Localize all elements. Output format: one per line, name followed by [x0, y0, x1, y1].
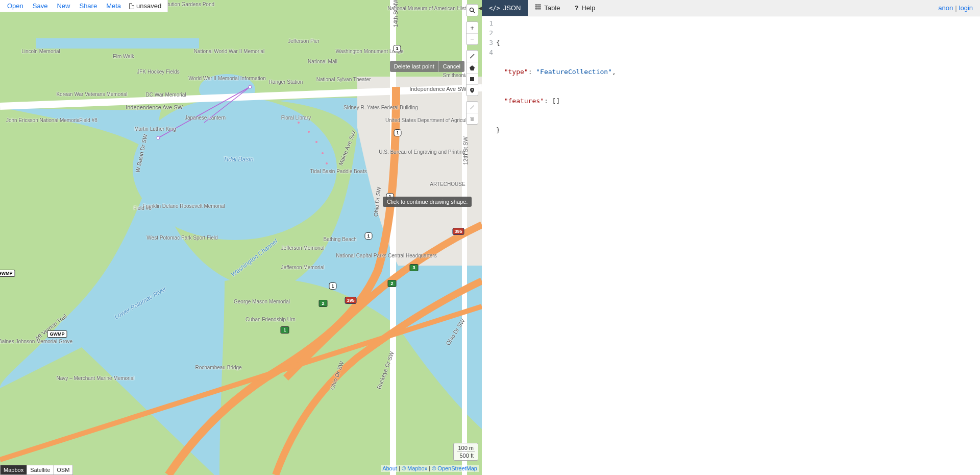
code-text[interactable]: { "type": "FeatureCollection", "features…	[496, 18, 980, 475]
anon-link[interactable]: anon	[938, 4, 953, 12]
tab-table-label: Table	[544, 4, 560, 12]
shield-us1-e: 1	[329, 282, 336, 290]
collapse-panel-button[interactable]: ◀	[477, 5, 482, 12]
osm-link[interactable]: © OpenStreetMap	[432, 465, 477, 471]
editor-header: </> JSON Table ? Help anon | login	[482, 0, 980, 16]
editor-pane: </> JSON Table ? Help anon | login 1 2	[482, 0, 980, 475]
svg-point-15	[472, 89, 473, 90]
zoom-out-button[interactable]: −	[467, 33, 478, 44]
tab-json[interactable]: </> JSON	[482, 0, 528, 16]
code-icon: </>	[489, 5, 500, 12]
shield-us1-b: 1	[394, 129, 401, 136]
svg-rect-16	[471, 118, 474, 121]
tab-help[interactable]: ? Help	[567, 0, 602, 16]
line-icon	[469, 53, 475, 59]
mapbox-link[interactable]: © Mapbox	[402, 465, 427, 471]
shield-i395-b: 395	[345, 297, 356, 304]
scale-metric: 100 m	[457, 444, 475, 452]
shield-g2a: 2	[387, 280, 396, 287]
draw-tooltip: Click to continue drawing shape.	[383, 197, 472, 207]
svg-point-10	[470, 8, 474, 12]
search-button[interactable]	[467, 5, 478, 16]
top-menu: Open Save New Share Meta unsaved	[0, 0, 168, 12]
map-tools: + −	[466, 4, 478, 125]
table-icon	[535, 4, 541, 12]
shield-us1-d: 1	[364, 232, 372, 240]
svg-rect-1	[36, 38, 199, 49]
scale-imperial: 500 ft	[457, 452, 475, 459]
rectangle-icon	[469, 76, 475, 82]
share-link[interactable]: Share	[75, 1, 101, 11]
tab-help-label: Help	[581, 4, 595, 12]
basemap-osm[interactable]: OSM	[53, 465, 72, 474]
basemap-mapbox[interactable]: Mapbox	[1, 465, 27, 474]
attribution: About | © Mapbox | © OpenStreetMap	[381, 465, 479, 472]
shield-i395-a: 395	[452, 228, 464, 235]
map-pane[interactable]: Constitution Gardens Pond Lincoln Memori…	[0, 0, 482, 475]
edit-layers-button[interactable]	[467, 102, 478, 113]
login-link[interactable]: login	[959, 4, 973, 12]
shield-gwmp: GWMP	[47, 330, 67, 338]
shield-us1-a: 1	[393, 45, 401, 52]
auth-links: anon | login	[931, 0, 980, 16]
svg-marker-13	[470, 65, 475, 70]
draw-polygon-button[interactable]	[467, 62, 478, 73]
delete-layers-button[interactable]	[467, 113, 478, 124]
basemap-switcher: Mapbox Satellite OSM	[0, 465, 73, 475]
shield-g2b: 2	[318, 300, 327, 307]
auth-sep: |	[955, 4, 957, 12]
zoom-in-button[interactable]: +	[467, 22, 478, 33]
svg-line-11	[473, 11, 475, 13]
line-gutter: 1 2 3 4	[482, 18, 496, 475]
svg-line-12	[470, 54, 474, 58]
svg-point-8	[322, 152, 324, 154]
svg-point-7	[315, 141, 317, 143]
svg-point-0	[133, 97, 337, 240]
basemap-satellite[interactable]: Satellite	[27, 465, 53, 474]
svg-point-4	[249, 85, 252, 88]
shield-gwmp-2: GWMP	[0, 270, 15, 277]
line-number: 2	[482, 28, 493, 38]
new-link[interactable]: New	[53, 1, 74, 11]
polygon-icon	[469, 65, 475, 71]
code-editor[interactable]: 1 2 3 4 { "type": "FeatureCollection", "…	[482, 16, 980, 475]
svg-rect-18	[535, 4, 541, 10]
help-icon: ?	[574, 4, 578, 12]
search-icon	[469, 7, 475, 13]
svg-point-5	[298, 122, 300, 124]
svg-point-9	[326, 162, 328, 164]
line-number: 4	[482, 48, 493, 57]
draw-line-button[interactable]	[467, 51, 478, 62]
file-icon	[129, 3, 134, 9]
file-status: unsaved	[126, 1, 164, 11]
about-link[interactable]: About	[382, 465, 397, 471]
edit-icon	[469, 104, 475, 110]
svg-point-6	[308, 131, 310, 133]
svg-point-3	[157, 136, 160, 139]
draw-marker-button[interactable]	[467, 84, 478, 96]
delete-last-point-button[interactable]: Delete last point	[390, 61, 438, 72]
shield-g1: 1	[280, 326, 289, 334]
trash-icon	[469, 116, 475, 122]
draw-actions: Delete last point Cancel	[390, 61, 464, 72]
file-status-text: unsaved	[136, 2, 161, 10]
marker-icon	[469, 87, 475, 93]
svg-rect-17	[470, 117, 474, 118]
draw-rectangle-button[interactable]	[467, 73, 478, 84]
meta-link[interactable]: Meta	[102, 1, 125, 11]
scale-bar: 100 m 500 ft	[453, 443, 478, 461]
shield-g3: 3	[409, 264, 418, 271]
tab-json-label: JSON	[503, 4, 521, 12]
cancel-draw-button[interactable]: Cancel	[438, 61, 464, 72]
open-link[interactable]: Open	[3, 1, 28, 11]
svg-rect-14	[470, 77, 474, 81]
tab-table[interactable]: Table	[528, 0, 567, 16]
line-number: 3	[482, 38, 493, 48]
save-link[interactable]: Save	[29, 1, 52, 11]
line-number: 1	[482, 18, 493, 28]
